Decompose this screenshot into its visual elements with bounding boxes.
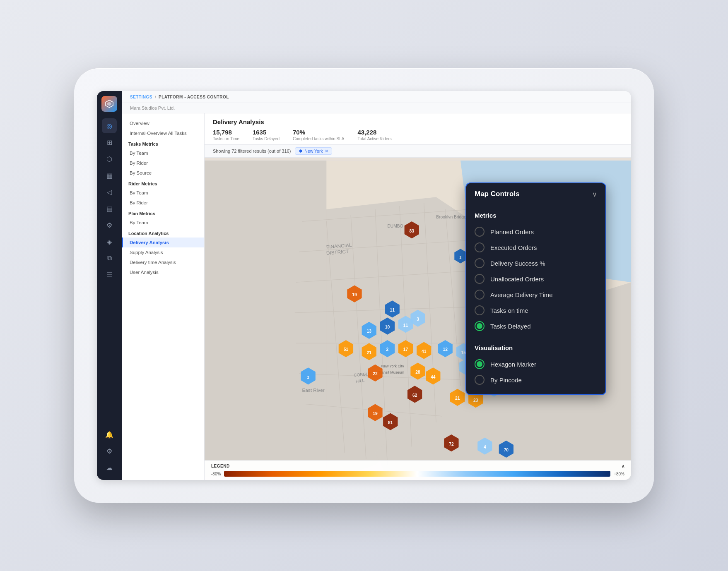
radio-by-pincode[interactable]	[475, 375, 485, 385]
nav-rider-by-team[interactable]: By Team	[122, 188, 204, 198]
breadcrumb-current: PLATFORM - ACCESS CONTROL	[159, 95, 229, 99]
app-logo[interactable]	[101, 96, 117, 112]
nav-section-plan: Plan Metrics	[122, 208, 204, 218]
sidebar-icon-settings[interactable]: ⚙	[102, 218, 117, 233]
vis-by-pincode[interactable]: By Pincode	[475, 372, 597, 388]
legend-collapse-icon[interactable]: ∧	[622, 464, 625, 468]
metric-avg-delivery-time[interactable]: Average Delivery Time	[475, 287, 597, 302]
metric-unallocated-orders[interactable]: Unallocated Orders	[475, 271, 597, 287]
radio-planned-orders[interactable]	[475, 227, 485, 237]
metric-tasks-on-time-label: Tasks on time	[490, 307, 528, 314]
legend-min: -80%	[211, 472, 221, 476]
svg-text:2: 2	[386, 347, 389, 352]
controls-body: Metrics Planned Orders Executed Orders	[466, 205, 605, 394]
device-frame: ◎ ⊞ ⬡ ▦ ◁ ▤ ⚙ ◈ ⧉ ☰ 🔔 ⚙ ☁ SETTINGS / PLA…	[74, 68, 654, 503]
controls-divider	[475, 339, 597, 339]
nav-tasks-by-team[interactable]: By Team	[122, 148, 204, 158]
stat-tasks-delayed-value: 1635	[253, 129, 280, 136]
metric-executed-orders[interactable]: Executed Orders	[475, 240, 597, 255]
sidebar-icon-navigation[interactable]: ◁	[102, 185, 117, 199]
nav-delivery-analysis[interactable]: Delivery Analysis	[122, 238, 204, 247]
radio-delivery-success[interactable]	[475, 258, 485, 268]
nav-user-analysis[interactable]: User Analysis	[122, 267, 204, 277]
sidebar-icon-shield[interactable]: ◈	[102, 234, 117, 249]
svg-text:62: 62	[412, 393, 417, 398]
vis-hexagon-marker[interactable]: Hexagon Marker	[475, 356, 597, 372]
metric-tasks-delayed-label: Tasks Delayed	[490, 323, 531, 330]
svg-text:44: 44	[431, 375, 436, 379]
metric-unallocated-orders-label: Unallocated Orders	[490, 276, 544, 283]
sidebar-icon-globe[interactable]: ◎	[102, 118, 117, 133]
stat-sla-label: Completed tasks within SLA	[293, 137, 345, 141]
sidebar-icon-grid[interactable]: ⊞	[102, 135, 117, 150]
legend-panel: LEGEND ∧ -80% +80%	[205, 460, 631, 480]
radio-avg-delivery-time[interactable]	[475, 290, 485, 300]
stat-active-riders-label: Total Active Riders	[357, 137, 391, 141]
radio-tasks-on-time[interactable]	[475, 305, 485, 315]
svg-text:21: 21	[367, 350, 372, 355]
sidebar-icon-gear[interactable]: ⚙	[102, 444, 117, 458]
metric-tasks-on-time[interactable]: Tasks on time	[475, 302, 597, 318]
breadcrumb: SETTINGS / PLATFORM - ACCESS CONTROL	[122, 91, 631, 103]
radio-executed-orders[interactable]	[475, 242, 485, 252]
map-area: Delivery Analysis 15,798 Tasks on Time 1…	[205, 113, 631, 480]
main-content: SETTINGS / PLATFORM - ACCESS CONTROL Mar…	[122, 91, 631, 480]
stat-tasks-on-time-value: 15,798	[213, 129, 239, 136]
svg-text:11: 11	[403, 323, 408, 328]
metric-planned-orders[interactable]: Planned Orders	[475, 224, 597, 240]
nav-delivery-time[interactable]: Delivery time Analysis	[122, 257, 204, 267]
metric-delivery-success-label: Delivery Success %	[490, 260, 545, 267]
metric-planned-orders-label: Planned Orders	[490, 228, 534, 235]
stat-tasks-delayed: 1635 Tasks Delayed	[253, 129, 280, 141]
sidebar-icon-calendar[interactable]: ▦	[102, 168, 117, 183]
radio-unallocated-orders[interactable]	[475, 274, 485, 284]
nav-internal-overview[interactable]: Internal-Overview All Tasks	[122, 128, 204, 138]
svg-text:11: 11	[390, 308, 395, 312]
svg-text:41: 41	[422, 349, 427, 354]
nav-section-rider: Rider Metrics	[122, 178, 204, 188]
nav-rider-by-rider[interactable]: By Rider	[122, 198, 204, 208]
svg-text:13: 13	[367, 329, 372, 333]
stat-sla-value: 70%	[293, 129, 345, 136]
radio-tasks-delayed[interactable]	[475, 321, 485, 331]
svg-text:New York City: New York City	[381, 364, 404, 368]
nav-plan-by-team[interactable]: By Team	[122, 218, 204, 228]
metric-executed-orders-label: Executed Orders	[490, 244, 537, 251]
stats-row: 15,798 Tasks on Time 1635 Tasks Delayed …	[213, 129, 623, 141]
svg-text:17: 17	[403, 347, 408, 352]
controls-chevron-icon[interactable]: ∨	[592, 190, 597, 198]
stat-sla: 70% Completed tasks within SLA	[293, 129, 345, 141]
nav-overview[interactable]: Overview	[122, 118, 204, 128]
radio-hexagon-inner	[477, 361, 482, 367]
controls-title: Map Controls	[475, 190, 520, 198]
sidebar-icon-layers[interactable]: ⧉	[102, 251, 117, 266]
filter-tag-newyork[interactable]: New York ✕	[295, 147, 332, 155]
left-nav: Overview Internal-Overview All Tasks Tas…	[122, 113, 205, 480]
sidebar-icon-database[interactable]: ☰	[102, 267, 117, 282]
nav-supply-analysis[interactable]: Supply Analysis	[122, 247, 204, 257]
breadcrumb-settings[interactable]: SETTINGS	[130, 95, 152, 99]
nav-tasks-by-source[interactable]: By Source	[122, 168, 204, 178]
map-container: FINANCIAL DISTRICT Brooklyn Bridge BR...…	[205, 158, 631, 480]
nav-tasks-by-rider[interactable]: By Rider	[122, 158, 204, 168]
svg-text:4: 4	[484, 445, 486, 449]
filter-text: Showing 72 filtered results (out of 316)	[213, 149, 291, 154]
svg-text:3: 3	[417, 317, 419, 321]
svg-text:22: 22	[373, 372, 378, 376]
radio-hexagon-marker[interactable]	[475, 359, 485, 369]
sidebar-icon-bell[interactable]: 🔔	[102, 427, 117, 442]
legend-gradient: -80% +80%	[211, 471, 624, 477]
svg-text:19: 19	[352, 293, 357, 297]
svg-text:19: 19	[373, 411, 378, 416]
sidebar-icon-document[interactable]: ▤	[102, 201, 117, 216]
sidebar-icon-cloud[interactable]: ☁	[102, 460, 117, 475]
metric-delivery-success[interactable]: Delivery Success %	[475, 255, 597, 271]
map-controls-panel: Map Controls ∨ Metrics Planned Orders	[465, 182, 606, 395]
vis-hexagon-label: Hexagon Marker	[490, 361, 536, 368]
filter-bar: Showing 72 filtered results (out of 316)…	[205, 145, 631, 158]
metric-tasks-delayed[interactable]: Tasks Delayed	[475, 318, 597, 334]
svg-text:70: 70	[504, 448, 509, 452]
radio-tasks-delayed-inner	[477, 323, 482, 329]
app-container: ◎ ⊞ ⬡ ▦ ◁ ▤ ⚙ ◈ ⧉ ☰ 🔔 ⚙ ☁ SETTINGS / PLA…	[97, 91, 631, 480]
sidebar-icon-network[interactable]: ⬡	[102, 151, 117, 166]
